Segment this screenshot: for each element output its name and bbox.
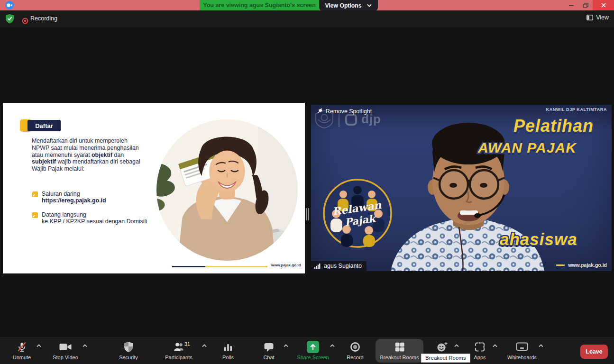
chevron-down-icon [367,4,372,7]
view-layout-icon [587,15,593,20]
relawan-pajak-badge: Relawan Pajak [321,176,394,251]
mic-options-chevron-icon[interactable] [37,344,41,347]
screen-view-banner: You are viewing agus Sugianto's screen [200,0,319,10]
remove-spotlight-label: Remove Spotlight [326,108,372,115]
video-options-chevron-icon[interactable] [82,344,87,347]
apps-icon [474,341,486,353]
bullet-item: Datang langsung ke KPP / KP2KP sesuai de… [32,211,147,225]
unmute-button[interactable]: Unmute [7,339,37,363]
slide-footer-url: www.pajak.go.id [271,263,301,267]
participants-icon [173,342,185,352]
view-label: View [596,14,609,21]
view-options-label: View Options [325,2,362,9]
whiteboards-button[interactable]: Whiteboards [501,339,543,363]
breakout-rooms-tooltip: Breakout Rooms [421,354,470,363]
para-bold: objektif [92,152,112,158]
headline-pelatihan: Pelatihan [513,116,594,136]
polls-label: Polls [222,355,234,360]
para-line: atau memenuhi syarat [32,152,92,158]
footer-line-navy [172,266,205,267]
participants-label: Participants [165,355,192,360]
bullet-item: Saluran daring https://ereg.pajak.go.id [32,191,106,204]
video-camera-icon [59,343,72,351]
participant-name-label: agus Sugianto [311,261,367,271]
spotlight-video-tile: djp KANWIL DJP KALTIMTARA Pelatihan Rela… [311,105,612,271]
participant-name: agus Sugianto [324,263,362,269]
bullet-square-icon [32,212,38,218]
meeting-toolbar: Unmute Stop Video Security Partic [0,337,614,364]
slide-heading: Daftar [27,120,61,131]
signal-bars-icon [314,263,321,269]
footer-line-yellow [205,266,267,267]
apps-chevron-icon[interactable] [493,344,497,347]
shared-screen-slide: Daftar Mendaftarkan diri untuk memperole… [3,103,305,273]
recording-label: Recording [30,15,57,22]
share-screen-label: Share Screen [297,355,329,360]
share-screen-icon [307,341,319,353]
headline-mahasiswa: ahasiswa [500,230,577,249]
minimize-button[interactable] [564,0,578,10]
security-shield-icon [123,341,134,353]
apps-label: Apps [474,355,486,360]
minimize-icon [569,3,574,8]
bullet-title: Datang langsung [42,211,147,218]
window-titlebar: You are viewing agus Sugianto's screen V… [0,0,614,10]
slide-paragraph: Mendaftarkan diri untuk memperoleh NPWP … [32,137,140,173]
breakout-rooms-label: Breakout Rooms [380,355,419,360]
record-button[interactable]: Record [339,339,372,363]
participants-chevron-icon[interactable] [202,344,207,347]
reactions-chevron-icon[interactable] [454,344,459,347]
website-url: www.pajak.go.id [568,262,607,268]
whiteboards-label: Whiteboards [507,355,537,360]
whiteboards-chevron-icon[interactable] [539,344,543,347]
chat-options-chevron-icon[interactable] [284,344,288,347]
breakout-rooms-icon [394,341,405,353]
leave-button[interactable]: Leave [580,345,608,359]
zoom-app-icon [5,1,14,9]
view-layout-button[interactable]: View [587,14,609,21]
website-dash [556,264,565,266]
para-line: dan [112,152,124,158]
pin-icon [317,108,323,115]
para-line: NPWP saat mulai menerima penghasilan [32,145,139,151]
woman-with-npwp-card-illustration [156,119,298,261]
para-bold: subjektif [32,158,56,165]
zoom-window: You are viewing agus Sugianto's screen V… [0,0,614,364]
recording-indicator-icon [22,18,28,24]
meeting-info-bar: Recording View [0,10,614,27]
kanwil-caption: KANWIL DJP KALTIMTARA [546,107,607,112]
close-button[interactable] [593,0,614,10]
bullet-url: https://ereg.pajak.go.id [42,197,106,204]
panel-resize-handle[interactable] [306,208,311,220]
unmute-label: Unmute [13,355,31,360]
reactions-smiley-icon [436,341,449,353]
bullet-detail: ke KPP / KP2KP sesuai dengan Domisili [42,218,147,225]
breakout-rooms-button[interactable]: Breakout Rooms [376,339,423,363]
chat-button[interactable]: Chat [252,339,285,363]
polls-button[interactable]: Polls [211,339,245,363]
camera-glyph [7,3,12,8]
record-circle-icon [349,341,361,353]
muted-mic-icon [16,341,27,353]
remove-spotlight-button[interactable]: Remove Spotlight [317,108,372,115]
share-screen-button[interactable]: Share Screen [289,339,337,363]
share-options-chevron-icon[interactable] [330,344,335,347]
bullet-title: Saluran daring [42,191,106,197]
view-options-button[interactable]: View Options [319,0,378,11]
maximize-button[interactable] [578,0,593,10]
close-icon [601,3,606,8]
security-label: Security [119,355,138,360]
stop-video-button[interactable]: Stop Video [46,339,84,363]
security-shield-icon[interactable] [5,14,14,24]
para-line: Wajib Pajak melalui: [32,165,84,172]
para-line: wajib mendaftarkan diri sebagai [56,158,140,165]
restore-icon [583,3,588,8]
headline-awan-pajak: AWAN PAJAK [478,140,577,156]
participants-button[interactable]: Participants 31 [157,339,200,363]
bullet-square-icon [32,191,38,197]
whiteboards-icon [516,342,528,352]
polls-bars-icon [223,342,233,352]
chat-label: Chat [263,355,274,360]
security-button[interactable]: Security [110,339,147,363]
chat-bubble-icon [263,342,275,352]
